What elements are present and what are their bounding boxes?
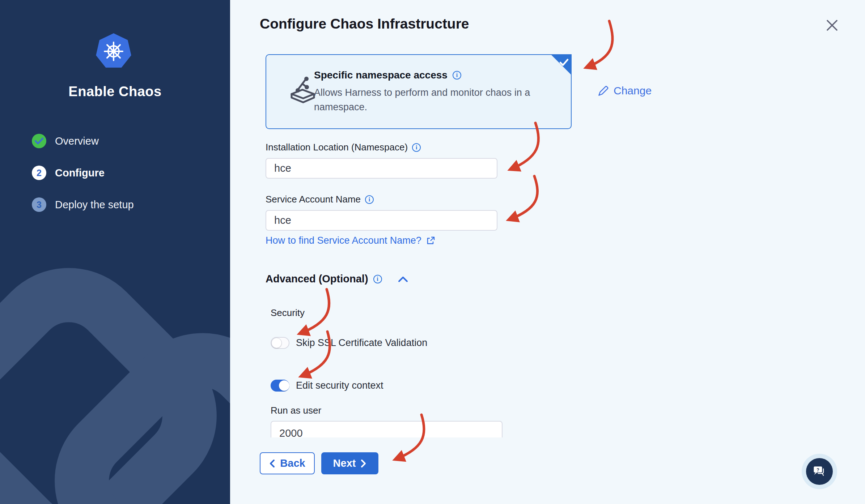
help-chat-fab[interactable]: ? xyxy=(806,458,833,485)
step-complete-badge xyxy=(32,134,46,148)
skip-ssl-label: Skip SSL Certificate Validation xyxy=(296,337,427,349)
pencil-icon xyxy=(598,85,609,97)
advanced-section-title: Advanced (Optional) xyxy=(266,273,368,285)
back-label: Back xyxy=(280,457,305,469)
next-label: Next xyxy=(333,457,356,469)
dialog-title: Configure Chaos Infrastructure xyxy=(260,16,469,32)
access-card-description: Allows Harness to perform and monitor ch… xyxy=(314,85,567,114)
kubernetes-logo xyxy=(96,33,132,69)
info-icon[interactable]: i xyxy=(365,195,374,204)
run-as-user-label: Run as user xyxy=(271,405,321,416)
wizard-title: Enable Chaos xyxy=(0,84,230,99)
change-label: Change xyxy=(614,85,652,97)
close-icon xyxy=(826,19,839,32)
close-button[interactable] xyxy=(824,17,840,33)
back-button[interactable]: Back xyxy=(260,452,315,474)
skip-ssl-toggle[interactable] xyxy=(271,337,289,349)
step-label: Deploy the setup xyxy=(55,199,134,211)
kubernetes-helm-icon xyxy=(102,40,125,63)
step-number-badge: 3 xyxy=(32,197,46,212)
access-card-title: Specific namespace access xyxy=(314,69,448,81)
wizard-sidebar: Enable Chaos Overview 2 Configure 3 Depl… xyxy=(0,0,230,504)
info-icon[interactable]: i xyxy=(373,275,382,283)
edit-security-context-toggle[interactable] xyxy=(271,380,289,392)
toggle-knob xyxy=(271,338,282,348)
step-label: Configure xyxy=(55,167,105,179)
chevron-right-icon xyxy=(361,459,366,468)
namespace-icon xyxy=(289,75,318,106)
chat-question-icon: ? xyxy=(811,464,827,479)
run-as-user-input[interactable] xyxy=(271,421,503,437)
toggle-knob xyxy=(279,380,289,391)
step-deploy[interactable]: 3 Deploy the setup xyxy=(32,197,134,212)
collapse-advanced-button[interactable] xyxy=(398,276,408,282)
step-number-badge: 2 xyxy=(32,166,46,180)
step-configure[interactable]: 2 Configure xyxy=(32,166,134,180)
service-account-input[interactable] xyxy=(266,210,497,231)
namespace-access-card[interactable]: Specific namespace access i Allows Harne… xyxy=(266,54,572,129)
help-link-label: How to find Service Account Name? xyxy=(266,235,421,246)
scroll-clipped-region xyxy=(271,421,504,437)
chevron-left-icon xyxy=(269,459,275,468)
service-account-label: Service Account Name xyxy=(266,194,361,205)
step-overview[interactable]: Overview xyxy=(32,134,134,148)
next-button[interactable]: Next xyxy=(321,452,378,474)
wizard-steps: Overview 2 Configure 3 Deploy the setup xyxy=(32,134,134,229)
namespace-input[interactable] xyxy=(266,158,497,179)
edit-security-context-label: Edit security context xyxy=(296,380,383,391)
info-icon[interactable]: i xyxy=(412,143,421,152)
namespace-label: Installation Location (Namespace) xyxy=(266,142,408,153)
selected-check-icon xyxy=(559,58,569,67)
harness-watermark xyxy=(0,0,230,504)
chevron-up-icon xyxy=(398,276,408,282)
external-link-icon xyxy=(426,236,435,245)
security-group-label: Security xyxy=(271,307,305,319)
service-account-help-link[interactable]: How to find Service Account Name? xyxy=(266,235,435,246)
step-label: Overview xyxy=(55,135,99,147)
check-icon xyxy=(35,137,43,145)
info-icon[interactable]: i xyxy=(453,71,461,80)
change-link[interactable]: Change xyxy=(598,85,652,97)
configure-dialog: Configure Chaos Infrastructure xyxy=(230,0,865,504)
svg-text:?: ? xyxy=(817,467,819,473)
